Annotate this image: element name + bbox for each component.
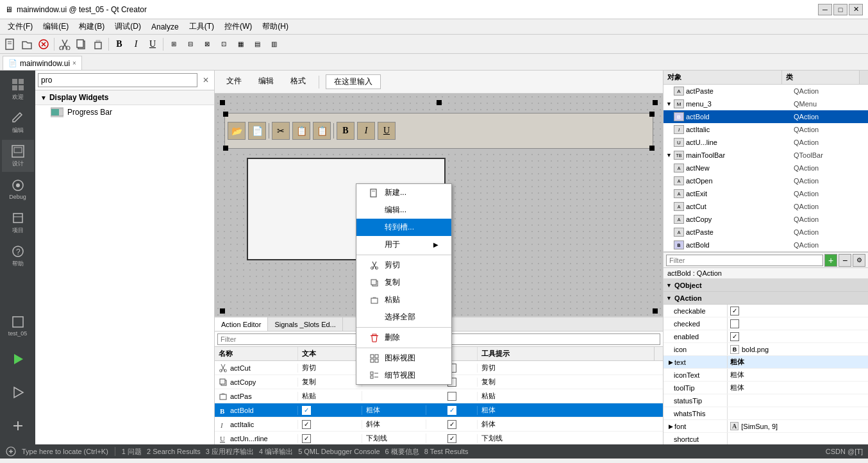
- canvas-input-btn[interactable]: 在这里输入: [326, 74, 381, 89]
- canvas-toolbar-widget[interactable]: 📂 📄 ✂ 📋 📋 B I U: [224, 113, 653, 149]
- props-section-qobject[interactable]: ▼ QObject: [664, 279, 868, 292]
- menu-file[interactable]: 文件(F): [3, 20, 38, 33]
- menu-edit[interactable]: 编辑(E): [38, 20, 74, 33]
- props-settings-btn[interactable]: ⚙: [853, 254, 865, 267]
- tree-item[interactable]: A actPaste QAction: [664, 226, 868, 239]
- context-iconview-btn[interactable]: 图标视图: [356, 349, 451, 367]
- sidebar-item-run[interactable]: [2, 343, 34, 375]
- props-row[interactable]: statusTip: [664, 394, 868, 407]
- context-detailview-btn[interactable]: 细节视图: [356, 367, 451, 384]
- toolbar-btn-1[interactable]: ⊞: [166, 37, 181, 52]
- context-edit-btn[interactable]: 编辑...: [356, 201, 451, 219]
- sidebar-item-debug[interactable]: Debug: [2, 173, 34, 205]
- widget-search-clear-btn[interactable]: ✕: [200, 74, 212, 86]
- menu-build[interactable]: 构建(B): [74, 20, 110, 33]
- menu-tools[interactable]: 工具(T): [184, 20, 219, 33]
- tree-item[interactable]: B actBold QAction: [664, 239, 868, 251]
- tree-item[interactable]: A actNew QAction: [664, 162, 868, 174]
- sidebar-item-design[interactable]: 设计: [2, 140, 34, 172]
- toolbar-btn-7[interactable]: ▥: [266, 37, 281, 52]
- table-row[interactable]: I actItalic ✓ 斜体 ✓ 斜体: [215, 417, 663, 432]
- context-paste-btn[interactable]: 粘贴: [356, 291, 451, 308]
- minimize-button[interactable]: ─: [818, 4, 832, 15]
- props-row[interactable]: enabled ✓: [664, 330, 868, 343]
- menu-analyze[interactable]: Analyze: [146, 21, 184, 33]
- tab-mainwindow[interactable]: 📄 mainwindow.ui ×: [3, 56, 82, 70]
- context-selectall-btn[interactable]: 选择全部: [356, 308, 451, 326]
- sidebar-item-welcome[interactable]: 欢迎: [2, 73, 34, 105]
- toolbar-paste-btn[interactable]: [90, 37, 106, 52]
- table-row[interactable]: actPas 粘贴 粘贴: [215, 389, 663, 403]
- widget-category-display[interactable]: ▼ Display Widgets: [35, 90, 214, 105]
- status-general-info[interactable]: 6 概要信息: [383, 447, 422, 457]
- toolbar-copy-btn[interactable]: [74, 37, 89, 52]
- editor-toolbar-file-btn[interactable]: 文件: [220, 73, 248, 91]
- status-search-results[interactable]: 2 Search Results: [144, 448, 203, 455]
- context-cut-btn[interactable]: 剪切: [356, 257, 451, 274]
- tree-item[interactable]: A actCopy QAction: [664, 213, 868, 226]
- props-section-qaction[interactable]: ▼ QAction: [664, 292, 868, 305]
- sidebar-item-more[interactable]: [2, 410, 34, 442]
- sidebar-item-help[interactable]: ? 帮助: [2, 240, 34, 272]
- props-row[interactable]: icon B bold.png: [664, 343, 868, 356]
- tree-item[interactable]: I actItalic QAction: [664, 123, 868, 136]
- tree-item[interactable]: ▼ TB mainToolBar QToolBar: [664, 149, 868, 162]
- toolbar-btn-5[interactable]: ▦: [233, 37, 248, 52]
- status-problems[interactable]: 1 问题: [119, 447, 144, 457]
- props-row[interactable]: whatsThis: [664, 407, 868, 420]
- props-row[interactable]: shortcut: [664, 433, 868, 444]
- toolbar-btn-4[interactable]: ⊡: [216, 37, 231, 52]
- toolbar-new-btn[interactable]: [3, 37, 18, 52]
- sidebar-item-deploy[interactable]: [2, 376, 34, 408]
- tree-item[interactable]: ▼ M menu_3 QMenu: [664, 97, 868, 110]
- bottom-tab-signals-slots[interactable]: Signals _Slots Ed...: [268, 317, 342, 331]
- status-app-output[interactable]: 3 应用程序输出: [203, 447, 256, 457]
- context-usedfor-btn[interactable]: 用于 ▶: [356, 236, 451, 253]
- toolbar-cut-btn[interactable]: [57, 37, 72, 52]
- obj-scroll-btn[interactable]: [859, 71, 868, 84]
- toolbar-bold-btn[interactable]: B: [112, 37, 127, 52]
- table-row-selected[interactable]: B actBold ✓ 粗体 ✓ 粗体: [215, 403, 663, 417]
- widget-item-progressbar[interactable]: Progress Bar: [35, 105, 214, 119]
- tree-item[interactable]: A actOpen QAction: [664, 174, 868, 187]
- props-row[interactable]: checked: [664, 317, 868, 330]
- sidebar-item-project[interactable]: 项目: [2, 206, 34, 239]
- maximize-button[interactable]: □: [833, 4, 847, 15]
- context-new-btn[interactable]: 新建...: [356, 184, 451, 201]
- status-test-results[interactable]: 8 Test Results: [422, 448, 471, 455]
- props-row[interactable]: ▶ font A [SimSun, 9]: [664, 420, 868, 433]
- sidebar-item-test05[interactable]: test_05: [2, 310, 34, 342]
- tree-item[interactable]: A actExit QAction: [664, 187, 868, 200]
- table-row[interactable]: U actUn...rline ✓ 下划线 ✓ 下划线: [215, 432, 663, 444]
- tree-item[interactable]: A actCut QAction: [664, 200, 868, 213]
- status-type-here-input[interactable]: Type here to locate (Ctrl+K): [19, 448, 111, 455]
- tab-close-btn[interactable]: ×: [72, 60, 76, 67]
- toolbar-btn-3[interactable]: ⊠: [199, 37, 215, 52]
- toolbar-open-btn[interactable]: [19, 37, 35, 52]
- context-goto-slot-btn[interactable]: 转到槽...: [356, 219, 451, 236]
- tree-item[interactable]: A actPaste QAction: [664, 85, 868, 97]
- editor-toolbar-edit-btn[interactable]: 编辑: [252, 73, 280, 91]
- toolbar-underline-btn[interactable]: U: [145, 37, 160, 52]
- context-delete-btn[interactable]: 删除: [356, 329, 451, 346]
- props-row[interactable]: iconText 粗体: [664, 369, 868, 382]
- close-button[interactable]: ✕: [849, 4, 863, 15]
- status-compile-output[interactable]: 4 编译输出: [256, 447, 296, 457]
- props-row[interactable]: toolTip 粗体: [664, 382, 868, 394]
- tree-item-selected[interactable]: B actBold QAction: [664, 110, 868, 123]
- status-qml-debugger[interactable]: 5 QML Debugger Console: [296, 448, 382, 455]
- props-filter-input[interactable]: [666, 255, 823, 266]
- sidebar-item-edit[interactable]: 编辑: [2, 106, 34, 139]
- tree-item[interactable]: U actU...line QAction: [664, 136, 868, 149]
- editor-toolbar-format-btn[interactable]: 格式: [284, 73, 312, 91]
- toolbar-exit-btn[interactable]: [36, 37, 51, 52]
- props-remove-btn[interactable]: −: [839, 254, 851, 267]
- props-add-btn[interactable]: +: [824, 254, 837, 267]
- bottom-tab-action-editor[interactable]: Action Editor: [215, 317, 268, 331]
- menu-debug[interactable]: 调试(D): [110, 20, 146, 33]
- context-copy-btn[interactable]: 复制: [356, 274, 451, 291]
- widget-search-input[interactable]: [38, 73, 197, 87]
- toolbar-btn-6[interactable]: ▤: [249, 37, 265, 52]
- menu-help[interactable]: 帮助(H): [257, 20, 294, 33]
- toolbar-btn-2[interactable]: ⊟: [183, 37, 198, 52]
